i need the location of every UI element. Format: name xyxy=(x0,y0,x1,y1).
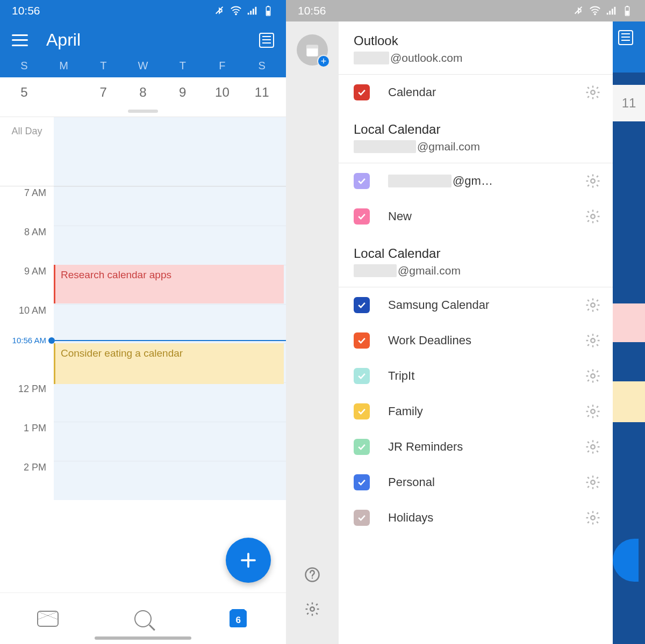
hour-row[interactable]: 7 AM xyxy=(0,186,286,226)
calendar-icon: 6 xyxy=(230,610,247,627)
hour-label: 7 AM xyxy=(0,186,54,226)
agenda-view-icon xyxy=(618,30,633,45)
date-cell[interactable]: 7 xyxy=(83,85,123,100)
gear-icon[interactable] xyxy=(585,332,601,349)
date-cell[interactable]: 6 xyxy=(44,85,84,100)
gear-icon[interactable] xyxy=(585,297,601,313)
hour-label: 1 PM xyxy=(0,422,54,461)
hour-row[interactable]: 8 AM xyxy=(0,226,286,265)
month-title[interactable]: April xyxy=(46,30,81,50)
calendar-event[interactable]: Consider eating a calendar xyxy=(54,343,284,384)
calendar-toggle-item[interactable]: JR Reminders xyxy=(339,429,613,465)
calendar-toggle-item[interactable]: Samsung Calendar xyxy=(339,287,613,323)
check-icon xyxy=(356,211,367,222)
svg-rect-2 xyxy=(267,11,270,15)
svg-point-13 xyxy=(591,303,595,307)
calendar-toggle-item[interactable]: Holidays xyxy=(339,500,613,536)
day-timeline[interactable]: All Day 7 AM8 AM9 AM10 AM12 PM1 PM2 PMRe… xyxy=(0,117,286,500)
calendar-toggle-item[interactable]: Work Deadlines xyxy=(339,323,613,358)
gear-icon[interactable] xyxy=(585,403,601,419)
gear-icon[interactable] xyxy=(585,208,601,225)
hour-cell[interactable] xyxy=(54,226,286,265)
all-day-content[interactable] xyxy=(54,117,286,186)
nav-mail[interactable] xyxy=(37,608,59,629)
gear-icon[interactable] xyxy=(585,173,601,189)
calendar-checkbox[interactable] xyxy=(354,510,370,526)
battery-icon xyxy=(621,5,633,17)
calendar-checkbox[interactable] xyxy=(354,474,370,490)
date-cell[interactable]: 5 xyxy=(4,85,44,100)
calendar-header: April SMTWTFS xyxy=(0,21,286,77)
calendar-toggle-item[interactable]: Family xyxy=(339,394,613,429)
calendar-drawer-screen: 10:56 S 11 10:56 + xyxy=(286,0,645,644)
gear-icon xyxy=(304,601,320,617)
calendar-label: Personal xyxy=(388,475,585,489)
hour-row[interactable]: 1 PM xyxy=(0,422,286,461)
calendar-checkbox[interactable] xyxy=(354,403,370,419)
calendar-checkbox[interactable] xyxy=(354,368,370,384)
date-cell[interactable]: 11 xyxy=(242,85,282,100)
date-cell[interactable]: 8 xyxy=(123,85,163,100)
hours-grid[interactable]: 7 AM8 AM9 AM10 AM12 PM1 PM2 PMResearch c… xyxy=(0,186,286,500)
wifi-icon xyxy=(589,5,601,17)
nav-search[interactable] xyxy=(132,608,154,629)
settings-button[interactable] xyxy=(303,600,321,618)
calendar-checkbox[interactable] xyxy=(354,173,370,189)
check-icon xyxy=(356,176,367,186)
calendar-toggle-item[interactable]: Calendar xyxy=(339,75,613,110)
calendar-toggle-item[interactable]: @gm… xyxy=(339,163,613,199)
day-of-week-row: SMTWTFS xyxy=(0,60,286,77)
dow-cell: S xyxy=(4,60,44,72)
calendar-event[interactable]: Research calendar apps xyxy=(54,265,284,303)
check-icon xyxy=(356,371,367,381)
hour-label xyxy=(0,343,54,382)
calendar-label: JR Reminders xyxy=(388,440,585,454)
calendar-day-view-screen: 10:56 April SMTWTFS 567891011 All Day 7 … xyxy=(0,0,286,644)
status-time: 10:56 xyxy=(12,4,40,17)
calendar-checkbox[interactable] xyxy=(354,332,370,349)
gear-icon[interactable] xyxy=(585,368,601,384)
account-avatar[interactable]: + xyxy=(297,34,328,66)
calendar-toggle-item[interactable]: Personal xyxy=(339,465,613,500)
status-icons xyxy=(573,5,633,17)
calendar-checkbox[interactable] xyxy=(354,208,370,225)
gear-icon[interactable] xyxy=(585,439,601,455)
dow-cell: F xyxy=(203,60,242,72)
svg-point-16 xyxy=(591,409,595,414)
svg-point-11 xyxy=(591,179,595,183)
gear-icon[interactable] xyxy=(585,474,601,490)
new-event-fab[interactable] xyxy=(226,538,271,583)
agenda-view-icon[interactable] xyxy=(259,33,274,48)
drag-handle[interactable] xyxy=(0,105,286,117)
calendar-checkbox[interactable] xyxy=(354,297,370,313)
hour-cell[interactable] xyxy=(54,382,286,422)
date-cell[interactable]: 10 xyxy=(203,85,242,100)
nav-calendar[interactable]: 6 xyxy=(227,608,249,629)
add-account-badge[interactable]: + xyxy=(317,55,330,68)
calendar-checkbox[interactable] xyxy=(354,439,370,455)
calendar-checkbox[interactable] xyxy=(354,84,370,100)
hour-cell[interactable] xyxy=(54,422,286,461)
help-button[interactable] xyxy=(303,566,321,584)
calendar-toggle-item[interactable]: TripIt xyxy=(339,358,613,394)
hour-cell[interactable] xyxy=(54,186,286,226)
hour-cell[interactable] xyxy=(54,461,286,500)
status-icons xyxy=(214,5,274,17)
calendar-toggle-item[interactable]: New xyxy=(339,199,613,234)
svg-point-15 xyxy=(591,374,595,378)
gear-icon[interactable] xyxy=(585,84,601,100)
dow-cell: T xyxy=(83,60,123,72)
date-cell[interactable]: 9 xyxy=(163,85,203,100)
hour-row[interactable]: 12 PM xyxy=(0,382,286,422)
date-strip[interactable]: 567891011 xyxy=(0,77,286,105)
menu-icon[interactable] xyxy=(12,34,28,46)
account-section: Local Calendar@gmail.com xyxy=(339,110,613,163)
gear-icon[interactable] xyxy=(585,510,601,526)
svg-rect-7 xyxy=(306,45,318,49)
calendar-list-panel[interactable]: Outlook@outlook.comCalendarLocal Calenda… xyxy=(339,21,613,644)
dow-cell: S xyxy=(242,60,282,72)
account-name: Local Calendar xyxy=(354,246,598,261)
hour-row[interactable]: 2 PM xyxy=(0,461,286,500)
calendar-label: Holidays xyxy=(388,511,585,525)
all-day-row[interactable]: All Day xyxy=(0,117,286,186)
